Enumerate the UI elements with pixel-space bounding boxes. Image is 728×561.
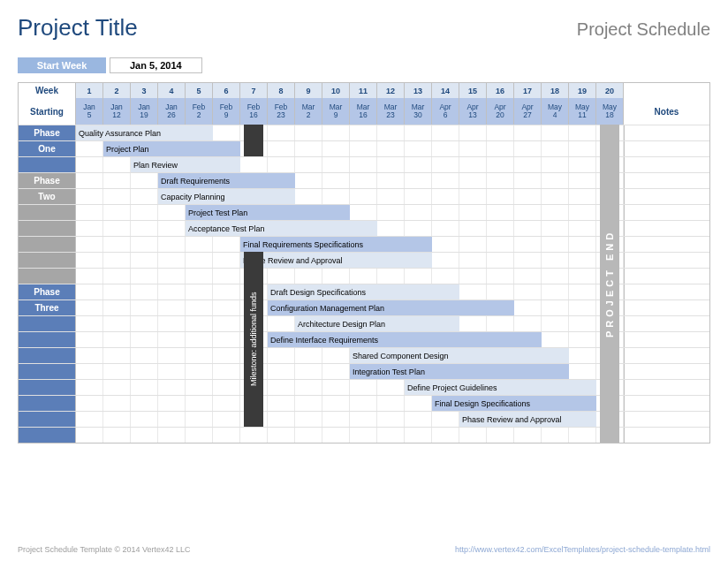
notes-cell[interactable] (624, 205, 709, 220)
notes-cell[interactable] (624, 380, 709, 395)
task-bar[interactable]: Phase Review and Approval (459, 412, 596, 427)
gantt-row: Final Design Specifications (76, 396, 624, 411)
milestone-marker-top (244, 125, 263, 156)
notes-cell[interactable] (624, 221, 709, 236)
phase-label: Phase (19, 125, 76, 140)
task-bar[interactable]: Draft Requirements (158, 173, 295, 188)
notes-cell[interactable] (624, 173, 709, 188)
week-number-6: 6 (213, 83, 240, 98)
notes-cell[interactable] (624, 237, 709, 252)
phase-cell (19, 221, 76, 236)
gantt-row: Configuration Management Plan (76, 300, 624, 315)
gantt-row (76, 269, 624, 284)
gantt-row: Acceptance Test Plan (76, 221, 624, 236)
phase-cell (19, 364, 76, 379)
week-start-date-1: Jan5 (76, 98, 103, 125)
week-number-2: 2 (103, 83, 131, 98)
task-bar[interactable]: Define Project Guidelines (405, 380, 596, 395)
week-number-11: 11 (350, 83, 377, 98)
week-number-19: 19 (569, 83, 596, 98)
week-number-18: 18 (542, 83, 569, 98)
phase-label: Phase (19, 173, 76, 188)
task-bar[interactable]: Integration Test Plan (350, 364, 569, 379)
gantt-row: Draft Design Specifications (76, 284, 624, 299)
task-bar[interactable]: Acceptance Test Plan (186, 221, 377, 236)
task-bar[interactable]: Capacity Planning (158, 189, 295, 204)
week-number-9: 9 (295, 83, 322, 98)
notes-cell[interactable] (624, 412, 709, 427)
task-bar[interactable]: Final Requirements Specifications (240, 237, 432, 252)
week-number-17: 17 (514, 83, 542, 98)
notes-cell[interactable] (624, 189, 709, 204)
notes-cell[interactable] (624, 125, 709, 140)
phase-cell (19, 396, 76, 411)
week-number-4: 4 (158, 83, 186, 98)
task-bar[interactable]: Define Interface Requirements (268, 332, 542, 347)
task-bar[interactable]: Plan Review (131, 157, 240, 172)
week-start-date-18: May4 (542, 98, 569, 125)
page-title: Project Title (18, 14, 138, 42)
notes-cell[interactable] (624, 157, 709, 172)
phase-label-cont: One (19, 141, 76, 156)
week-number-3: 3 (131, 83, 158, 98)
phase-cell (19, 428, 76, 443)
task-bar[interactable]: Architecture Design Plan (295, 316, 459, 331)
task-bar[interactable]: Configuration Management Plan (268, 300, 514, 315)
task-bar[interactable]: Phase Review and Approval (240, 253, 432, 268)
task-bar[interactable]: Project Test Plan (186, 205, 350, 220)
notes-cell[interactable] (624, 348, 709, 363)
gantt-row: Define Project Guidelines (76, 380, 624, 395)
notes-cell[interactable] (624, 269, 709, 284)
week-number-1: 1 (76, 83, 103, 98)
gantt-row: Project Test Plan (76, 205, 624, 220)
phase-cell (19, 412, 76, 427)
footer-link[interactable]: http://www.vertex42.com/ExcelTemplates/p… (455, 545, 710, 554)
phase-cell (19, 316, 76, 331)
task-bar[interactable]: Shared Component Design (350, 348, 569, 363)
notes-cell[interactable] (624, 284, 709, 299)
footer-copyright: Project Schedule Template © 2014 Vertex4… (18, 545, 191, 554)
notes-cell[interactable] (624, 364, 709, 379)
week-start-date-13: Mar30 (405, 98, 432, 125)
week-start-date-10: Mar9 (322, 98, 350, 125)
week-start-date-12: Mar23 (377, 98, 405, 125)
notes-cell[interactable] (624, 141, 709, 156)
week-number-16: 16 (487, 83, 514, 98)
week-number-7: 7 (240, 83, 268, 98)
gantt-row: Project Plan (76, 141, 624, 156)
gantt-row: Draft Requirements (76, 173, 624, 188)
notes-cell[interactable] (624, 428, 709, 443)
notes-cell[interactable] (624, 396, 709, 411)
week-start-date-3: Jan19 (131, 98, 158, 125)
phase-cell (19, 380, 76, 395)
week-start-date-9: Mar2 (295, 98, 322, 125)
week-number-5: 5 (186, 83, 213, 98)
week-start-date-14: Apr6 (432, 98, 459, 125)
week-number-20: 20 (596, 83, 624, 98)
notes-cell[interactable] (624, 332, 709, 347)
gantt-row: Shared Component Design (76, 348, 624, 363)
week-start-date-5: Feb2 (186, 98, 213, 125)
week-start-date-11: Mar16 (350, 98, 377, 125)
start-week-value[interactable]: Jan 5, 2014 (110, 57, 202, 73)
project-end-bar: PROJECT END (600, 125, 619, 443)
task-bar[interactable]: Project Plan (103, 141, 240, 156)
gantt-row: Integration Test Plan (76, 364, 624, 379)
task-bar[interactable]: Quality Assurance Plan (76, 125, 213, 140)
phase-cell (19, 237, 76, 252)
notes-cell[interactable] (624, 316, 709, 331)
gantt-sheet: Week 1234567891011121314151617181920 Sta… (18, 82, 710, 443)
notes-header-label: Notes (624, 98, 709, 125)
week-start-date-7: Feb16 (240, 98, 268, 125)
task-bar[interactable]: Final Design Specifications (432, 396, 596, 411)
task-bar[interactable]: Draft Design Specifications (268, 284, 459, 299)
week-number-8: 8 (268, 83, 295, 98)
gantt-row: Quality Assurance Plan (76, 125, 624, 140)
notes-cell[interactable] (624, 253, 709, 268)
start-week-label: Start Week (18, 57, 106, 73)
notes-cell[interactable] (624, 300, 709, 315)
week-start-date-17: Apr27 (514, 98, 542, 125)
phase-cell (19, 348, 76, 363)
gantt-row (76, 428, 624, 443)
phase-label: Phase (19, 284, 76, 299)
